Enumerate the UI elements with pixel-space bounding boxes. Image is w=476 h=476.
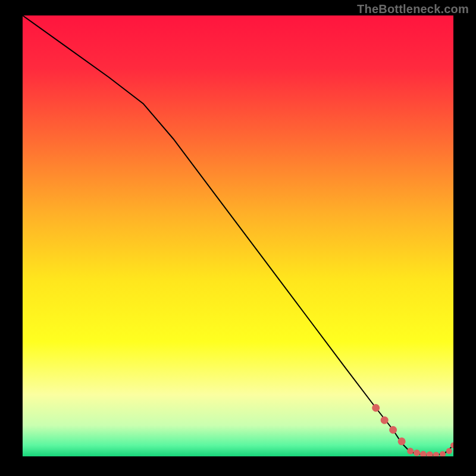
gradient-background xyxy=(23,15,453,456)
marker-dot xyxy=(381,416,389,424)
marker-dot xyxy=(414,450,420,456)
marker-dot xyxy=(398,437,406,445)
plot-area xyxy=(23,15,453,456)
marker-dot xyxy=(446,448,452,454)
watermark-text: TheBottleneck.com xyxy=(357,2,469,16)
marker-dot xyxy=(372,404,380,412)
chart-svg xyxy=(23,15,453,456)
marker-dot xyxy=(407,448,414,455)
marker-dot xyxy=(389,426,397,434)
chart-stage: TheBottleneck.com xyxy=(0,0,476,476)
